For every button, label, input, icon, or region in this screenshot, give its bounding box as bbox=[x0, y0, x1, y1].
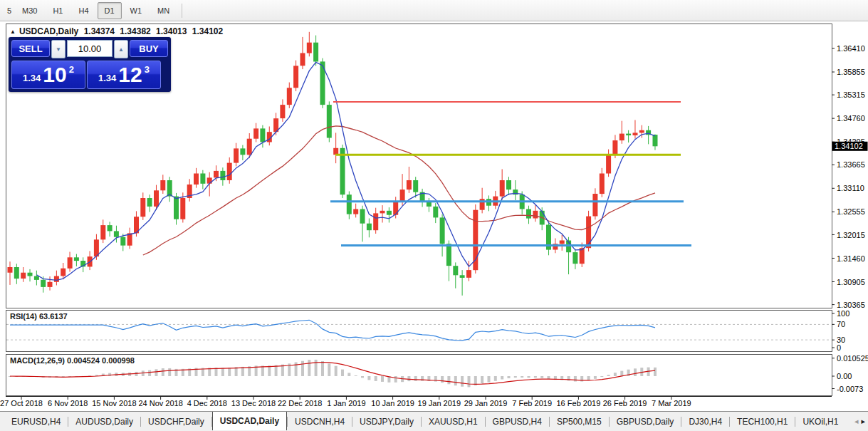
candle-body bbox=[68, 257, 73, 269]
tab-gbpusd-h4[interactable]: GBPUSD,H4 bbox=[486, 413, 549, 430]
macd-bar bbox=[321, 361, 324, 376]
macd-bar bbox=[268, 365, 271, 376]
macd-bar bbox=[328, 363, 330, 376]
macd-bar bbox=[347, 373, 350, 376]
tab-tech100-h1[interactable]: TECH100,H1 bbox=[730, 413, 795, 430]
tab-audusd-daily[interactable]: AUDUSD,Daily bbox=[68, 413, 140, 430]
candle-body bbox=[227, 163, 232, 180]
one-click-trading-panel: SELL ▼ 10.00 ▲ BUY 1.34 10 2 1.34 12 3 bbox=[9, 37, 171, 92]
tab-gbpusd-daily[interactable]: GBPUSD,Daily bbox=[610, 413, 681, 430]
tab-usdcad-daily[interactable]: USDCAD,Daily bbox=[212, 411, 287, 430]
volume-input[interactable]: 10.00 bbox=[67, 40, 113, 57]
price-axis-label: 1.31460 bbox=[837, 254, 865, 263]
macd-bar bbox=[301, 361, 304, 376]
candle-body bbox=[240, 148, 245, 155]
sell-button[interactable]: SELL bbox=[11, 40, 50, 57]
candle-body bbox=[572, 252, 577, 264]
chart-tab-bar: EURUSD,H4AUDUSD,DailyUSDCHF,DailyUSDCAD,… bbox=[0, 411, 868, 431]
buy-price-small: 1.34 bbox=[98, 73, 116, 83]
date-axis-label: 6 Nov 2018 bbox=[48, 399, 88, 407]
macd-bar bbox=[228, 368, 231, 376]
candle-body bbox=[293, 66, 298, 88]
candle-body bbox=[140, 198, 145, 217]
macd-bar bbox=[335, 366, 338, 376]
macd-bar bbox=[514, 376, 517, 378]
candle-body bbox=[247, 139, 252, 155]
candle-body bbox=[214, 171, 219, 178]
tab-usdchf-daily[interactable]: USDCHF,Daily bbox=[141, 413, 211, 430]
tab-eurusd-h4[interactable]: EURUSD,H4 bbox=[4, 413, 68, 430]
ohlc-close: 1.34102 bbox=[192, 26, 223, 36]
macd-bar bbox=[540, 376, 543, 378]
macd-indicator-label: MACD(12,26,9) 0.004524 0.000998 bbox=[10, 356, 135, 365]
price-axis-label: 1.30905 bbox=[837, 278, 865, 286]
tab-sp500-m15[interactable]: SP500,M15 bbox=[550, 413, 609, 430]
candle-body bbox=[207, 177, 212, 183]
candle-body bbox=[21, 273, 26, 279]
candle-body bbox=[174, 197, 179, 219]
candle-body bbox=[280, 105, 285, 118]
macd-bar bbox=[162, 368, 164, 376]
buy-price-button[interactable]: 1.34 12 3 bbox=[87, 61, 161, 89]
macd-bar bbox=[587, 376, 590, 380]
macd-bar bbox=[108, 373, 111, 376]
date-axis-label: 16 Feb 2019 bbox=[557, 399, 601, 407]
macd-axis-label: 0.00 bbox=[837, 372, 852, 380]
date-axis-label: 10 Jan 2019 bbox=[371, 399, 414, 407]
macd-bar bbox=[620, 371, 623, 376]
tabs-scroll-right-icon[interactable]: ▸ bbox=[861, 417, 865, 426]
macd-bar bbox=[447, 376, 450, 384]
macd-bar bbox=[600, 376, 603, 377]
tab-ukoil-h1[interactable]: UKOil,H1 bbox=[795, 413, 845, 430]
volume-decrease-button[interactable]: ▼ bbox=[51, 40, 66, 58]
candle-body bbox=[446, 244, 451, 266]
tab-usdcnh-h4[interactable]: USDCNH,H4 bbox=[288, 413, 352, 430]
tabs-scroll-left-icon[interactable]: ◂ bbox=[854, 417, 859, 426]
candle-body bbox=[200, 174, 205, 184]
candle-body bbox=[147, 198, 152, 207]
tab-usdjpy-daily[interactable]: USDJPY,Daily bbox=[352, 413, 421, 430]
candle-body bbox=[360, 209, 365, 224]
candle-body bbox=[120, 237, 125, 246]
rsi-panel[interactable] bbox=[6, 311, 832, 352]
candle-body bbox=[353, 209, 358, 214]
volume-increase-button[interactable]: ▲ bbox=[114, 40, 128, 58]
ohlc-open: 1.34374 bbox=[84, 26, 115, 36]
candle-body bbox=[586, 217, 591, 249]
candle-body bbox=[440, 217, 445, 244]
chart-symbol-label: USDCAD,Daily bbox=[19, 26, 78, 36]
tab-xauusd-h1[interactable]: XAUUSD,H1 bbox=[422, 413, 485, 430]
macd-bar bbox=[574, 376, 577, 382]
price-axis-label: 1.33665 bbox=[837, 160, 865, 169]
candle-body bbox=[639, 130, 644, 133]
candle-body bbox=[287, 88, 292, 105]
tab-dj30-h4[interactable]: DJ30,H4 bbox=[681, 413, 729, 430]
macd-bar bbox=[654, 368, 657, 376]
macd-bar bbox=[355, 375, 357, 376]
price-axis-label: 1.35315 bbox=[837, 90, 865, 99]
date-axis-label: 19 Jan 2019 bbox=[418, 399, 461, 407]
candle-body bbox=[612, 140, 617, 155]
collapse-triangle-icon[interactable]: ▲ bbox=[10, 28, 16, 35]
candle-body bbox=[234, 148, 239, 162]
candle-body bbox=[61, 269, 66, 276]
candle-body bbox=[34, 276, 39, 280]
date-axis-label: 4 Dec 2018 bbox=[187, 399, 227, 407]
price-axis-label: 1.32555 bbox=[837, 207, 865, 216]
candle-body bbox=[54, 276, 59, 282]
date-axis-label: 26 Feb 2019 bbox=[603, 399, 647, 407]
macd-bar bbox=[221, 368, 224, 376]
sell-price-button[interactable]: 1.34 10 2 bbox=[11, 61, 85, 89]
candle-body bbox=[560, 241, 565, 244]
macd-bar bbox=[361, 376, 364, 378]
buy-button[interactable]: BUY bbox=[130, 40, 168, 57]
candle-body bbox=[407, 180, 412, 189]
candle-body bbox=[380, 211, 385, 214]
macd-bar bbox=[521, 376, 523, 378]
sell-price-big: 10 bbox=[43, 64, 66, 85]
macd-bar bbox=[441, 376, 444, 383]
ohlc-low: 1.34013 bbox=[156, 26, 187, 36]
price-axis-label: 1.35855 bbox=[837, 68, 865, 76]
candle-body bbox=[48, 282, 53, 287]
candle-body bbox=[460, 275, 465, 278]
